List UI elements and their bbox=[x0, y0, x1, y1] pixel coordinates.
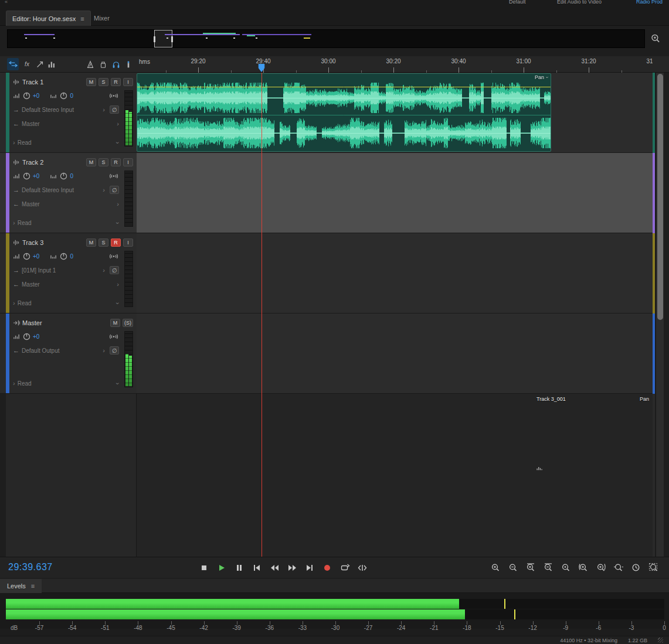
track-color-strip[interactable] bbox=[6, 314, 9, 393]
empty-lane-area[interactable] bbox=[137, 394, 653, 557]
workspace-radio-production[interactable]: Radio Prod bbox=[636, 0, 663, 5]
record-arm-button[interactable]: R bbox=[111, 238, 121, 247]
snapping-toggle-button[interactable] bbox=[97, 58, 109, 70]
volume-value[interactable]: +0 bbox=[33, 253, 39, 260]
panel-menu-icon[interactable]: ≡ bbox=[80, 15, 84, 22]
rewind-button[interactable] bbox=[266, 561, 283, 575]
vertical-scrollbar-thumb[interactable] bbox=[657, 74, 663, 320]
tab-levels[interactable]: Levels ≡ bbox=[0, 579, 42, 593]
pause-button[interactable] bbox=[231, 561, 247, 575]
workspace-edit-audio-to-video[interactable]: Edit Audio to Video bbox=[557, 0, 602, 5]
track-header-1[interactable]: Track 1 M S R I +0 0 bbox=[0, 73, 137, 153]
input-select[interactable]: [01M] Input 1 bbox=[22, 267, 100, 274]
input-select[interactable]: Default Stereo Input bbox=[22, 187, 100, 193]
monitor-input-icon[interactable] bbox=[108, 92, 119, 100]
pan-knob[interactable] bbox=[60, 253, 67, 260]
move-tool-button[interactable] bbox=[7, 58, 19, 70]
solo-button[interactable]: S bbox=[99, 158, 108, 166]
playhead-time-display[interactable]: 29:39.637 bbox=[8, 562, 53, 573]
output-select[interactable]: Master bbox=[22, 281, 114, 288]
volume-knob[interactable] bbox=[23, 172, 30, 180]
zoom-in-amplitude-button[interactable] bbox=[523, 561, 538, 575]
zoom-in-time-button[interactable] bbox=[488, 561, 503, 575]
view-range-left-handle[interactable] bbox=[154, 36, 155, 42]
zoom-out-amplitude-button[interactable] bbox=[541, 561, 556, 575]
zoom-to-selection-button[interactable] bbox=[558, 561, 573, 575]
mute-button[interactable]: M bbox=[86, 78, 96, 86]
play-button[interactable] bbox=[213, 561, 230, 575]
vertical-scrollbar[interactable] bbox=[656, 73, 664, 557]
playhead-marker[interactable] bbox=[259, 64, 265, 72]
move-cti-previous-button[interactable] bbox=[249, 561, 265, 575]
skip-selection-button[interactable] bbox=[354, 561, 371, 575]
record-button[interactable] bbox=[319, 561, 335, 575]
track-name[interactable]: Track 2 bbox=[22, 159, 43, 166]
loop-playback-button[interactable] bbox=[337, 561, 353, 575]
master-lane[interactable] bbox=[137, 314, 653, 394]
record-arm-button[interactable]: R bbox=[111, 78, 121, 86]
phase-button[interactable]: ∅ bbox=[110, 266, 119, 274]
volume-knob[interactable] bbox=[23, 253, 30, 260]
pan-value[interactable]: 0 bbox=[70, 93, 73, 99]
automation-mode-select[interactable]: Read bbox=[18, 139, 115, 146]
clip-envelope-selector[interactable]: Pan › bbox=[535, 74, 548, 80]
input-monitor-button[interactable]: I bbox=[123, 158, 133, 166]
pan-value[interactable]: 0 bbox=[70, 253, 73, 260]
disclosure-icon[interactable]: › bbox=[13, 300, 15, 306]
pan-value[interactable]: 0 bbox=[70, 173, 73, 179]
solo-button[interactable]: S bbox=[99, 238, 108, 247]
view-range-right-handle[interactable] bbox=[171, 36, 173, 42]
disclosure-icon[interactable]: › bbox=[13, 139, 15, 146]
volume-knob[interactable] bbox=[23, 333, 30, 340]
marker-tool-button[interactable] bbox=[123, 58, 134, 70]
zoom-out-time-button[interactable] bbox=[505, 561, 521, 575]
monitor-headphones-button[interactable] bbox=[110, 58, 122, 70]
metronome-toggle-button[interactable] bbox=[84, 58, 96, 70]
volume-value[interactable]: +0 bbox=[33, 93, 39, 99]
track1-audio-clip[interactable]: Pan › bbox=[137, 73, 551, 152]
track-color-strip[interactable] bbox=[6, 153, 9, 233]
stop-button[interactable] bbox=[196, 561, 212, 575]
record-arm-button[interactable]: R bbox=[111, 158, 121, 166]
zoom-in-point-button[interactable] bbox=[576, 561, 591, 575]
zoom-navigate-icon[interactable] bbox=[648, 32, 663, 46]
track-header-3[interactable]: Track 3 M S R I +0 0 bbox=[0, 233, 137, 314]
output-select[interactable]: Default Output bbox=[22, 347, 100, 354]
metering-button[interactable] bbox=[46, 58, 57, 70]
timeline-lanes[interactable]: Pan › Track 3_001 Pan bbox=[137, 73, 653, 557]
resize-grip-icon[interactable] bbox=[658, 638, 663, 643]
zoom-duration-button[interactable] bbox=[629, 561, 644, 575]
pan-knob[interactable] bbox=[60, 172, 67, 180]
output-select[interactable]: Master bbox=[22, 201, 114, 207]
automation-mode-select[interactable]: Read bbox=[18, 300, 115, 306]
mute-button[interactable]: M bbox=[86, 158, 96, 166]
tab-editor[interactable]: Editor: Hour One.sesx ≡ bbox=[6, 11, 91, 26]
phase-button[interactable]: ∅ bbox=[110, 186, 119, 194]
panel-menu-icon[interactable]: ≡ bbox=[31, 582, 35, 590]
session-overview-minimap[interactable] bbox=[7, 29, 645, 48]
volume-value[interactable]: +0 bbox=[33, 173, 39, 179]
overview-view-range[interactable] bbox=[154, 30, 172, 47]
track-color-strip[interactable] bbox=[6, 233, 9, 313]
clip-gain-icon[interactable] bbox=[536, 466, 543, 471]
track-2-lane[interactable] bbox=[137, 153, 653, 233]
track-name[interactable]: Track 3 bbox=[22, 239, 43, 246]
zoom-full-button[interactable] bbox=[611, 561, 626, 575]
solo-safe-button[interactable]: (S) bbox=[123, 319, 133, 327]
effects-rack-button[interactable]: fx bbox=[21, 58, 33, 70]
input-select[interactable]: Default Stereo Input bbox=[22, 107, 100, 113]
volume-knob[interactable] bbox=[23, 92, 30, 100]
monitor-input-icon[interactable] bbox=[108, 333, 119, 340]
track-color-strip[interactable] bbox=[6, 73, 9, 152]
automation-mode-select[interactable]: Read bbox=[18, 220, 115, 226]
input-monitor-button[interactable]: I bbox=[123, 78, 133, 86]
solo-button[interactable]: S bbox=[99, 78, 108, 86]
move-cti-next-button[interactable] bbox=[301, 561, 318, 575]
track-1-lane[interactable]: Pan › bbox=[137, 73, 653, 153]
pan-knob[interactable] bbox=[60, 92, 67, 100]
fast-forward-button[interactable] bbox=[284, 561, 300, 575]
zoom-out-point-button[interactable] bbox=[593, 561, 609, 575]
mute-button[interactable]: M bbox=[110, 319, 120, 327]
track-name[interactable]: Master bbox=[22, 319, 42, 326]
disclosure-icon[interactable]: › bbox=[13, 380, 15, 387]
